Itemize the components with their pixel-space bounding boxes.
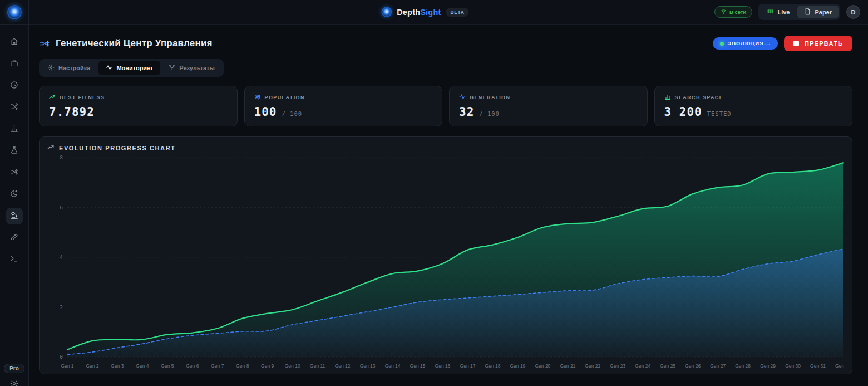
home-icon: [10, 37, 18, 48]
trending-up-icon: [47, 144, 55, 152]
stat-card-search-space: SEARCH SPACE 3 200TESTED: [654, 86, 853, 126]
page-header: Генетический Центр Управления ЭВОЛЮЦИЯ..…: [39, 36, 852, 51]
pro-badge: Pro: [4, 364, 24, 373]
briefcase-icon: [10, 59, 18, 70]
stop-icon: [793, 41, 799, 46]
tab-bar: Настройка Мониторинг Результаты: [39, 59, 224, 77]
sidebar-logo[interactable]: [0, 0, 28, 25]
svg-text:Gen 15: Gen 15: [410, 363, 426, 369]
chart-header: EVOLUTION PROGRESS CHART: [47, 144, 844, 152]
topbar: DepthSight BETA В сети Live Paper: [29, 0, 868, 25]
brand-logo-icon: [381, 7, 392, 17]
sidebar-item-briefcase[interactable]: [6, 56, 23, 72]
sidebar-item-settings[interactable]: [10, 379, 18, 386]
activity-icon: [459, 94, 466, 101]
evolution-progress-chart: 02468Gen 1Gen 2Gen 3Gen 4Gen 5Gen 6Gen 7…: [47, 153, 844, 372]
evolution-chart-card: EVOLUTION PROGRESS CHART 02468Gen 1Gen 2: [39, 136, 852, 374]
stat-label: SEARCH SPACE: [675, 95, 724, 100]
stat-value: 32: [459, 105, 474, 119]
abort-button-label: ПРЕРВАТЬ: [805, 40, 843, 47]
svg-text:Gen 28: Gen 28: [735, 363, 751, 369]
microscope-icon: [10, 211, 18, 222]
svg-text:Gen 2: Gen 2: [86, 363, 98, 369]
online-status-badge: В сети: [714, 6, 752, 18]
stat-value: 100: [254, 105, 277, 119]
svg-text:Gen 14: Gen 14: [385, 363, 401, 369]
svg-text:Gen 5: Gen 5: [161, 363, 174, 369]
svg-text:Gen 20: Gen 20: [535, 363, 550, 369]
evolution-branch-icon: [39, 38, 50, 49]
topbar-right: В сети Live Paper D: [714, 4, 860, 20]
svg-text:8: 8: [60, 155, 63, 160]
file-icon: [804, 8, 811, 16]
svg-text:Gen 18: Gen 18: [485, 363, 501, 369]
tab-monitoring[interactable]: Мониторинг: [98, 61, 160, 75]
tab-results[interactable]: Результаты: [161, 61, 221, 75]
depthsight-logo-icon: [7, 5, 22, 19]
svg-text:Gen 12: Gen 12: [335, 363, 351, 369]
stat-label: GENERATION: [470, 95, 510, 100]
sidebar-item-home[interactable]: [6, 34, 23, 51]
avatar[interactable]: D: [846, 5, 860, 19]
chart-title: EVOLUTION PROGRESS CHART: [59, 145, 176, 152]
stat-suffix: / 100: [282, 110, 302, 117]
svg-text:Gen 29: Gen 29: [760, 363, 776, 369]
svg-text:Gen 11: Gen 11: [310, 363, 326, 369]
svg-text:Gen 17: Gen 17: [460, 363, 476, 369]
svg-text:Gen 8: Gen 8: [236, 363, 249, 369]
stat-value: 3 200: [664, 105, 702, 119]
banknote-icon: [767, 8, 774, 16]
sidebar-item-analytics[interactable]: [6, 121, 23, 138]
page-title: Генетический Центр Управления: [56, 38, 213, 49]
svg-text:4: 4: [60, 255, 63, 260]
shuffle-icon: [10, 102, 18, 113]
evolution-status-badge: ЭВОЛЮЦИЯ...: [713, 37, 778, 50]
svg-text:Gen 24: Gen 24: [635, 363, 650, 369]
stat-label: POPULATION: [265, 95, 305, 100]
sidebar-item-moon[interactable]: [6, 186, 23, 203]
sidebar-bottom: Pro: [4, 364, 24, 386]
evolution-status-label: ЭВОЛЮЦИЯ...: [728, 41, 771, 46]
pencil-icon: [10, 233, 18, 243]
stat-value: 7.7892: [49, 105, 95, 119]
svg-text:6: 6: [60, 205, 63, 211]
svg-text:Gen 13: Gen 13: [360, 363, 376, 369]
flask-icon: [10, 146, 18, 157]
trending-up-icon: [49, 94, 56, 101]
tab-results-label: Результаты: [179, 65, 214, 71]
sidebar-nav: [6, 34, 23, 268]
clock-icon: [10, 81, 18, 91]
moon-icon: [10, 189, 18, 200]
sidebar-item-microscope[interactable]: [6, 208, 23, 224]
stat-suffix: / 100: [479, 110, 500, 117]
tab-settings[interactable]: Настройка: [41, 61, 97, 75]
sidebar-item-shuffle[interactable]: [6, 99, 23, 116]
paper-mode-button[interactable]: Paper: [797, 6, 839, 18]
stat-card-population: POPULATION 100/ 100: [244, 86, 443, 126]
stat-card-generation: GENERATION 32/ 100: [449, 86, 648, 126]
svg-text:Gen 10: Gen 10: [285, 363, 300, 369]
bar-chart-icon: [10, 124, 18, 135]
sidebar-item-clock[interactable]: [6, 77, 23, 94]
svg-text:Gen 31: Gen 31: [810, 363, 826, 369]
svg-text:Gen 6: Gen 6: [186, 363, 199, 369]
svg-text:Gen 4: Gen 4: [136, 363, 149, 369]
svg-text:Gen 1: Gen 1: [61, 363, 73, 369]
svg-text:Gen 7: Gen 7: [211, 363, 224, 369]
svg-text:Gen 3: Gen 3: [111, 363, 124, 369]
sidebar-item-lab[interactable]: [6, 143, 23, 159]
tab-monitoring-label: Мониторинг: [116, 65, 153, 71]
evolution-branch-icon: [10, 168, 18, 178]
sidebar-item-evolution[interactable]: [6, 164, 23, 181]
svg-text:Gen 23: Gen 23: [610, 363, 625, 369]
gear-icon: [48, 64, 55, 72]
bar-chart-icon: [664, 94, 671, 101]
abort-button[interactable]: ПРЕРВАТЬ: [784, 36, 852, 51]
stat-suffix: TESTED: [707, 110, 732, 117]
live-mode-button[interactable]: Live: [760, 6, 796, 18]
svg-text:Gen 25: Gen 25: [660, 363, 675, 369]
sidebar-item-edit[interactable]: [6, 229, 23, 246]
sidebar-item-terminal[interactable]: [6, 251, 23, 268]
stat-label: BEST FITNESS: [60, 95, 105, 100]
users-icon: [254, 94, 261, 101]
